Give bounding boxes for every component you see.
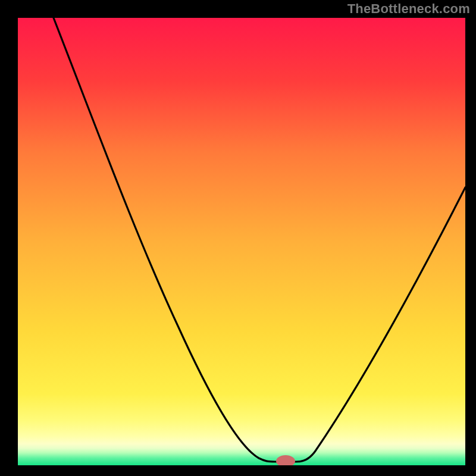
gradient-background xyxy=(18,18,465,465)
watermark-text: TheBottleneck.com xyxy=(347,1,470,17)
chart-frame: TheBottleneck.com xyxy=(0,0,476,476)
bottleneck-chart-svg xyxy=(18,18,465,465)
plot-area xyxy=(18,18,465,465)
